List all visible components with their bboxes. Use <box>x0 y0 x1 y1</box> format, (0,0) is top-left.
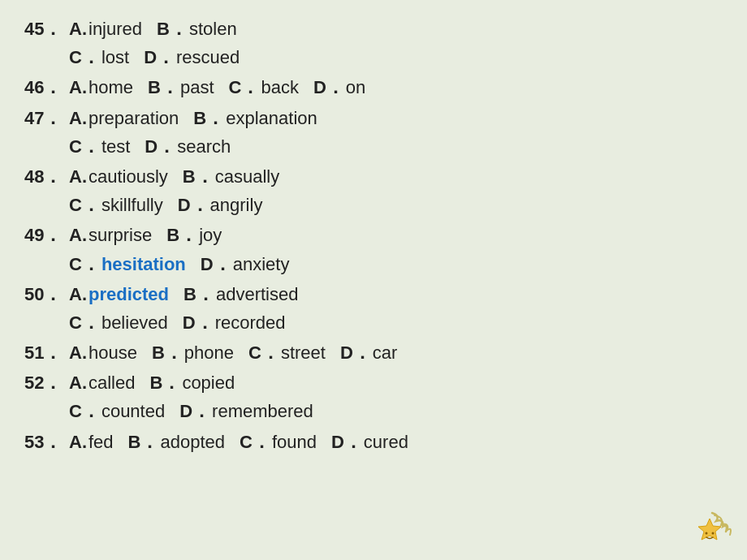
option-label: D． <box>183 308 214 337</box>
option-text: rescued <box>176 43 240 71</box>
option: D．search <box>145 132 231 161</box>
option-label: B． <box>128 428 159 456</box>
option-text: street <box>281 338 326 367</box>
option: A.predicted <box>69 280 169 308</box>
option: B．adopted <box>128 428 225 456</box>
option-label: B． <box>149 368 180 397</box>
option: B．stolen <box>157 15 237 43</box>
option-text: anxiety <box>233 250 290 278</box>
option: D．rescued <box>144 43 240 71</box>
option: B．explanation <box>193 104 317 132</box>
option-label: B． <box>166 221 197 249</box>
option-label: A. <box>69 428 87 456</box>
question-row: 52．A.calledB．copied <box>24 368 723 397</box>
option: D．car <box>340 338 397 367</box>
option-text: hesitation <box>101 250 186 278</box>
option-text: counted <box>101 397 165 425</box>
option-label: B． <box>184 280 214 308</box>
option: C．hesitation <box>69 250 186 278</box>
option-text: fed <box>89 428 114 456</box>
option-label: A. <box>69 73 87 101</box>
option-label: B． <box>152 338 183 367</box>
option: D．angrily <box>178 191 263 219</box>
option-text: joy <box>199 221 222 249</box>
option-text: preparation <box>89 104 179 132</box>
option-text: injured <box>89 15 142 43</box>
option-label: C． <box>229 73 260 101</box>
svg-point-1 <box>706 532 708 535</box>
option-label: A. <box>69 368 87 397</box>
option-text: phone <box>184 338 234 367</box>
options-line2: C．hesitationD．anxiety <box>69 250 304 278</box>
option: D．recorded <box>183 308 286 337</box>
question-row: 46．A.homeB．pastC．backD．on <box>24 73 723 101</box>
option-text: recorded <box>215 308 286 337</box>
option-label: C． <box>69 132 100 161</box>
options-line1: A.injuredB．stolen <box>69 15 252 43</box>
option-text: skillfully <box>101 191 163 219</box>
options-line2: C．lostD．rescued <box>69 43 254 71</box>
option-text: found <box>272 428 317 456</box>
option-text: cautiously <box>89 162 168 191</box>
option-label: A. <box>69 280 87 308</box>
options-line2: C．countedD．remembered <box>69 397 328 425</box>
star-decoration <box>684 509 732 554</box>
option: C．street <box>248 338 326 367</box>
options-line2: C．skillfullyD．angrily <box>69 191 277 219</box>
option-text: back <box>261 73 298 101</box>
option-text: predicted <box>89 280 169 308</box>
option: B．copied <box>149 368 235 397</box>
option-text: copied <box>182 368 235 397</box>
option-label: D． <box>201 250 231 278</box>
option-label: C． <box>248 338 279 367</box>
question-number: 46． <box>24 73 69 101</box>
option-label: B． <box>183 162 214 191</box>
option: A.home <box>69 73 133 101</box>
question-number: 51． <box>24 338 69 367</box>
options-inline: A.homeB．pastC．backD．on <box>69 73 380 101</box>
question-row: 50．A.predictedB．advertised <box>24 280 723 308</box>
svg-point-2 <box>712 532 715 535</box>
option: A.called <box>69 368 135 397</box>
option-label: C． <box>240 428 270 456</box>
option: C．believed <box>69 308 168 337</box>
question-number: 52． <box>24 368 69 397</box>
option-text: home <box>89 73 133 101</box>
main-content: 45．A.injuredB．stolenC．lostD．rescued46．A.… <box>0 0 747 466</box>
question-number: 45． <box>24 15 69 43</box>
question-row-second-line: C．hesitationD．anxiety <box>69 250 723 278</box>
question-row-second-line: C．countedD．remembered <box>69 397 723 425</box>
question-row: 48．A.cautiouslyB．casually <box>24 162 723 191</box>
option-label: C． <box>69 308 100 337</box>
svg-marker-0 <box>698 519 721 540</box>
option-text: remembered <box>212 397 313 425</box>
option-label: B． <box>148 73 179 101</box>
option-text: adopted <box>160 428 225 456</box>
option: A.fed <box>69 428 114 456</box>
option-text: search <box>177 132 231 161</box>
question-row: 47．A.preparationB．explanation <box>24 104 723 132</box>
option: B．casually <box>183 162 279 191</box>
option: B．advertised <box>184 280 298 308</box>
option-text: house <box>89 338 137 367</box>
option: C．skillfully <box>69 191 163 219</box>
options-line1: A.predictedB．advertised <box>69 280 313 308</box>
option-label: C． <box>69 250 100 278</box>
option: C．back <box>229 73 299 101</box>
option-text: advertised <box>216 280 299 308</box>
option-text: stolen <box>189 15 237 43</box>
option: A.injured <box>69 15 142 43</box>
question-number: 47． <box>24 104 69 132</box>
option: C．found <box>240 428 317 456</box>
question-number: 50． <box>24 280 69 308</box>
option-label: D． <box>144 43 175 71</box>
option-label: A. <box>69 221 87 249</box>
option: B．joy <box>166 221 222 249</box>
option-label: C． <box>69 397 100 425</box>
question-number: 48． <box>24 162 69 191</box>
option-text: surprise <box>89 221 152 249</box>
option-text: test <box>101 132 130 161</box>
option: B．past <box>148 73 214 101</box>
question-row-second-line: C．believedD．recorded <box>69 308 723 337</box>
option-label: A. <box>69 338 87 367</box>
